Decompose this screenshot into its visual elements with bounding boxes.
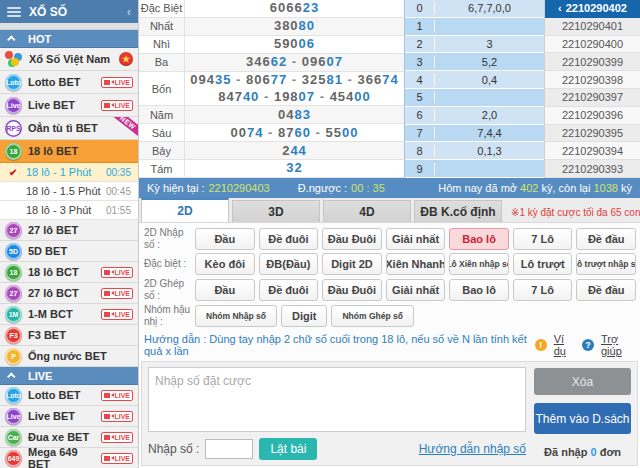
sidebar: XỔ SỐ ‹ HOTXổ Số Việt Nam★LotoLotto BETL…: [0, 0, 139, 468]
sidebar-item-1-m-bct[interactable]: 1M1-M BCTLIVE: [0, 304, 138, 325]
bet-option-lo-xien-nhap-so[interactable]: Lô Xiên nhập số: [449, 253, 509, 275]
digit-label: 9: [405, 163, 435, 175]
sidebar-item-27-lo-bet[interactable]: 2727 lô BET: [0, 220, 138, 241]
item-label: Lotto BET: [28, 76, 81, 88]
bet-option-e-au[interactable]: Đề đầu: [576, 279, 636, 301]
digit-label: 7: [405, 127, 435, 139]
result-row-nhi: Nhì59006: [139, 36, 404, 54]
sidebar-item-27-lo-bct[interactable]: 2727 lô BCTLIVE: [0, 283, 138, 304]
sidebar-subitem-18-lo-1-phut[interactable]: ✔18 lô - 1 Phút00:35: [0, 163, 138, 182]
item-label: 5D BET: [28, 245, 67, 257]
game-ball-icon: Live: [5, 97, 22, 114]
bet-option-au-uoi[interactable]: Đầu Đuôi: [322, 279, 382, 301]
sidebar-item-xo-so-viet-nam[interactable]: Xổ Số Việt Nam★: [0, 48, 138, 71]
tab-3d[interactable]: 3D: [232, 200, 320, 222]
game-ball-icon: Loto: [5, 74, 22, 91]
bet-option-digit[interactable]: Digit: [281, 305, 327, 327]
bet-option-7-lo[interactable]: 7 Lô: [513, 279, 573, 301]
digit-label: 3: [405, 56, 435, 68]
item-label: F3 BET: [28, 329, 66, 341]
tab-2d[interactable]: 2D: [141, 198, 229, 222]
number-input[interactable]: [205, 439, 253, 459]
bet-numbers-textarea[interactable]: [148, 367, 526, 432]
collapse-sidebar-icon[interactable]: ‹: [127, 4, 131, 19]
add-to-list-button[interactable]: Thêm vào D.sách: [534, 403, 631, 434]
section-header-live[interactable]: LIVE: [0, 367, 138, 385]
example-link[interactable]: Ví dụ: [554, 333, 575, 357]
bet-row-label: 2D Nhập số :: [141, 227, 195, 250]
period-row-2210290400[interactable]: 2210290400: [545, 36, 640, 54]
bet-option-bao-lo[interactable]: Bao lô: [449, 228, 509, 250]
support-link[interactable]: Trợ giúp: [601, 333, 635, 357]
bet-option-b-au[interactable]: ĐB(Đầu): [259, 253, 319, 275]
sidebar-subitem-18-lo-1-5-phut[interactable]: 18 lô - 1.5 Phút00:45: [0, 182, 138, 201]
item-label: 18 lô BET: [28, 145, 78, 157]
bet-option-e-uoi[interactable]: Đề đuôi: [259, 228, 319, 250]
game-ball-icon: Live: [5, 408, 22, 425]
result-numbers: 38080: [185, 18, 404, 35]
menu-icon[interactable]: [7, 7, 21, 17]
bet-option-e-uoi[interactable]: Đề đuôi: [259, 279, 319, 301]
period-row-2210290401[interactable]: 2210290401: [545, 18, 640, 36]
results-table: Đặc Biệt606623Nhất38080Nhì59006Ba34662 -…: [139, 0, 405, 178]
sidebar-item-18-lo-bct[interactable]: 1818 lô BCTLIVE: [0, 262, 138, 283]
sidebar-item-live-bet[interactable]: LiveLive BETLIVE: [0, 406, 138, 427]
bet-option-nhom-nhap-so[interactable]: Nhóm Nhập số: [195, 305, 277, 327]
bet-option-xien-nhanh[interactable]: Xiên Nhanh: [386, 253, 446, 275]
bet-option-keo-oi[interactable]: Kèo đôi: [195, 253, 255, 275]
bet-option-au[interactable]: Đầu: [195, 228, 255, 250]
sidebar-item-mega-649-bet[interactable]: 649Mega 649 BETLIVE: [0, 448, 138, 468]
live-badge: LIVE: [101, 390, 133, 401]
bet-option-au[interactable]: Đầu: [195, 279, 255, 301]
bet-row-nhom-hau-nhi: Nhóm hậu nhị :Nhóm Nhập sốDigitNhóm Ghép…: [141, 304, 638, 327]
camera-icon: [104, 270, 110, 275]
help-row: Hướng dẫn : Dùng tay nhập 2 chữ số cuối …: [139, 330, 640, 361]
bet-option-lo-truot[interactable]: Lô trượt: [513, 253, 573, 275]
period-row-2210290398[interactable]: 2210290398: [545, 71, 640, 89]
sidebar-item-18-lo-bet[interactable]: 1818 lô BET: [0, 140, 138, 163]
sidebar-item-oan-tu-ti-bet[interactable]: RPSOẳn tù tì BETNEW: [0, 117, 138, 140]
input-guide-link[interactable]: Hướng dẫn nhập số: [419, 442, 526, 456]
section-header-hot[interactable]: HOT: [0, 30, 138, 48]
flip-card-button[interactable]: Lật bài: [259, 438, 317, 460]
period-row-2210290393[interactable]: 2210290393: [545, 160, 640, 178]
period-row-2210290402[interactable]: ‹2210290402: [545, 0, 640, 18]
live-badge: LIVE: [101, 309, 133, 320]
period-row-2210290396[interactable]: 2210290396: [545, 107, 640, 125]
period-number: 2210290394: [562, 145, 623, 157]
period-row-2210290399[interactable]: 2210290399: [545, 53, 640, 71]
sidebar-item-live-bet[interactable]: LiveLive BETLIVE: [0, 94, 138, 117]
period-row-2210290397[interactable]: 2210290397: [545, 89, 640, 107]
entered-count: Đã nhập 0 đơn: [534, 446, 631, 458]
game-ball-icon: 649: [5, 450, 22, 467]
period-row-2210290395[interactable]: 2210290395: [545, 125, 640, 143]
sidebar-item-lotto-bet[interactable]: LotoLotto BETLIVE: [0, 385, 138, 406]
item-label: Live BET: [28, 410, 75, 422]
digit-row-5: 5: [405, 89, 544, 107]
bet-option-e-au[interactable]: Đề đầu: [576, 228, 636, 250]
tab-4d[interactable]: 4D: [323, 200, 411, 222]
sidebar-subitem-18-lo-3-phut[interactable]: 18 lô - 3 Phút01:55: [0, 201, 138, 220]
game-ball-icon: Loto: [5, 387, 22, 404]
clear-button[interactable]: Xóa: [534, 368, 631, 395]
tab-b-k-co-inh[interactable]: ĐB K.cố định: [414, 200, 502, 222]
bet-option-bao-lo[interactable]: Bao lô: [449, 279, 509, 301]
sidebar-item-f3-bet[interactable]: F3F3 BET: [0, 325, 138, 346]
bet-option-giai-nhat[interactable]: Giải nhất: [386, 279, 446, 301]
countdown-time: 01:55: [106, 205, 131, 216]
sidebar-item-ong-nuoc-bet[interactable]: PỐng nước BET: [0, 346, 138, 367]
live-badge: LIVE: [101, 267, 133, 278]
sidebar-item-ua-xe-bet[interactable]: CarĐua xe BETLIVE: [0, 427, 138, 448]
bet-option-giai-nhat[interactable]: Giải nhất: [386, 228, 446, 250]
bet-option-nhom-ghep-so[interactable]: Nhóm Ghép số: [331, 305, 413, 327]
bet-option-au-uoi[interactable]: Đầu Đuôi: [322, 228, 382, 250]
bet-option-7-lo[interactable]: 7 Lô: [513, 228, 573, 250]
bet-option-digit-2d[interactable]: Digit 2D: [322, 253, 382, 275]
result-prize-label: Đặc Biệt: [139, 0, 185, 17]
sidebar-item-5d-bet[interactable]: 5D5D BET: [0, 241, 138, 262]
live-badge: LIVE: [101, 100, 133, 111]
period-row-2210290394[interactable]: 2210290394: [545, 142, 640, 160]
period-number: 2210290401: [562, 20, 623, 32]
bet-option-lo-truot-nhap-so[interactable]: Lô trượt nhập số: [576, 253, 636, 275]
sidebar-item-lotto-bet[interactable]: LotoLotto BETLIVE: [0, 71, 138, 94]
